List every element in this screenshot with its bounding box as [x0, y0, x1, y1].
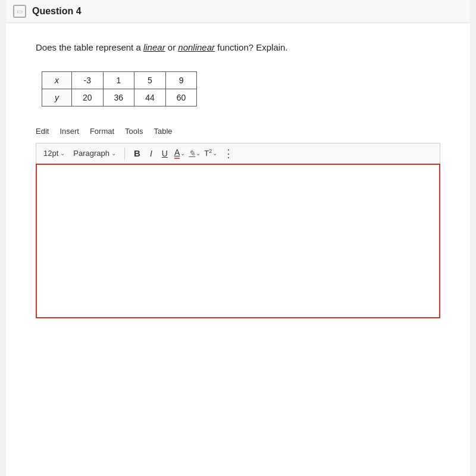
paragraph-dropdown[interactable]: Paragraph ⌄ — [71, 148, 118, 159]
menu-format[interactable]: Format — [90, 127, 114, 136]
question-title: Question 4 — [32, 6, 82, 17]
question-text: Does the table represent a linear or non… — [36, 41, 440, 55]
linear-word: linear — [143, 42, 165, 52]
highlight-button[interactable]: ✎ ⌄ — [189, 149, 201, 158]
superscript-label: T2 — [204, 148, 212, 158]
font-color-label: A — [174, 148, 180, 159]
paragraph-value: Paragraph — [73, 149, 109, 158]
x-val-3: 5 — [134, 71, 166, 89]
x-label: x — [42, 71, 72, 89]
page-container: ▭ Question 4 Does the table represent a … — [6, 0, 470, 476]
x-val-1: -3 — [72, 71, 104, 89]
font-color-button[interactable]: A ⌄ — [174, 148, 185, 159]
font-size-chevron: ⌄ — [60, 150, 65, 156]
bold-button[interactable]: B — [131, 147, 143, 159]
menu-edit[interactable]: Edit — [36, 127, 49, 136]
formatting-bar: 12pt ⌄ Paragraph ⌄ B I U A — [36, 143, 440, 164]
question-text-before: Does the table represent a — [36, 42, 143, 52]
font-size-dropdown[interactable]: 12pt ⌄ — [41, 148, 67, 159]
menu-tools[interactable]: Tools — [125, 127, 143, 136]
paragraph-chevron: ⌄ — [111, 150, 116, 156]
italic-label: I — [150, 149, 152, 158]
superscript-chevron: ⌄ — [212, 150, 217, 156]
table-row-y: y 20 36 44 60 — [42, 89, 197, 106]
question-text-middle: or — [165, 42, 178, 52]
y-label: y — [42, 89, 72, 106]
y-val-3: 44 — [134, 89, 166, 106]
header-bar: ▭ Question 4 — [6, 0, 470, 23]
highlight-chevron: ⌄ — [196, 150, 201, 156]
y-val-2: 36 — [103, 89, 134, 106]
underline-label: U — [162, 149, 168, 158]
toolbar-menu: Edit Insert Format Tools Table — [36, 124, 440, 138]
data-table: x -3 1 5 9 y 20 36 44 60 — [42, 71, 197, 107]
doc-icon: ▭ — [17, 8, 23, 15]
more-options-label: ⋮ — [223, 148, 233, 159]
x-val-4: 9 — [165, 71, 197, 89]
menu-table[interactable]: Table — [154, 127, 172, 136]
question-text-after: function? Explain. — [215, 42, 288, 52]
italic-button[interactable]: I — [147, 148, 155, 159]
y-val-4: 60 — [165, 89, 197, 106]
page-icon: ▭ — [13, 5, 26, 18]
table-row-x: x -3 1 5 9 — [42, 71, 197, 89]
menu-insert[interactable]: Insert — [60, 127, 79, 136]
bold-label: B — [134, 148, 140, 158]
more-options-button[interactable]: ⋮ — [223, 147, 233, 160]
text-editor[interactable] — [36, 164, 440, 318]
highlight-label: ✎ — [189, 149, 195, 158]
nonlinear-word: nonlinear — [178, 42, 215, 52]
content-area: Does the table represent a linear or non… — [6, 23, 470, 330]
underline-button[interactable]: U — [159, 148, 171, 159]
divider-1 — [124, 148, 125, 159]
font-color-chevron: ⌄ — [180, 150, 185, 156]
superscript-button[interactable]: T2 ⌄ — [204, 148, 217, 158]
font-size-value: 12pt — [43, 149, 58, 158]
x-val-2: 1 — [103, 71, 134, 89]
y-val-1: 20 — [72, 89, 104, 106]
